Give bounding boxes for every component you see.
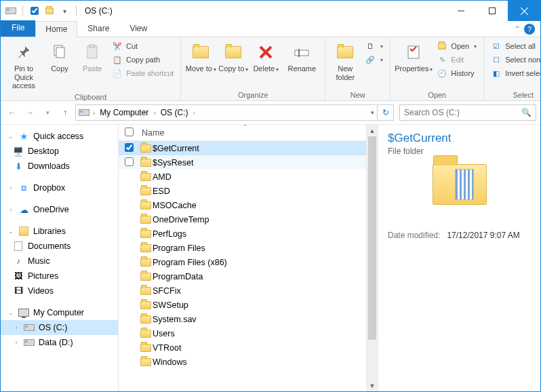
scroll-thumb[interactable] bbox=[368, 136, 376, 340]
group-label-open: Open bbox=[395, 90, 479, 99]
paste-button[interactable]: Paste bbox=[77, 40, 108, 75]
cut-button[interactable]: ✂️Cut bbox=[109, 40, 176, 52]
qat-properties[interactable] bbox=[28, 5, 41, 17]
address-dropdown-button[interactable]: ▾ bbox=[371, 109, 374, 116]
rename-button[interactable]: Rename bbox=[283, 40, 321, 75]
group-label-select: Select bbox=[488, 90, 541, 99]
list-item[interactable]: ProgramData bbox=[119, 269, 366, 283]
delete-button[interactable]: Delete▾ bbox=[250, 40, 281, 75]
column-header[interactable]: Name ⌃ bbox=[119, 125, 366, 141]
tree-onedrive[interactable]: ›☁OneDrive bbox=[1, 202, 118, 217]
vertical-scrollbar[interactable]: ▲ ▼ bbox=[366, 125, 378, 391]
edit-button[interactable]: ✎Edit bbox=[434, 54, 479, 66]
list-item[interactable]: System.sav bbox=[119, 312, 366, 326]
minimize-button[interactable] bbox=[445, 1, 477, 21]
list-item[interactable]: ESD bbox=[119, 184, 366, 198]
tree-my-computer[interactable]: ⌄My Computer bbox=[1, 305, 118, 320]
row-checkbox[interactable] bbox=[125, 143, 134, 152]
breadcrumb-my-computer[interactable]: My Computer bbox=[98, 108, 150, 117]
tree-libraries[interactable]: ⌄Libraries bbox=[1, 224, 118, 239]
new-item-button[interactable]: 🗋▾ bbox=[362, 40, 386, 52]
scroll-up-button[interactable]: ▲ bbox=[367, 125, 378, 136]
tab-home[interactable]: Home bbox=[35, 21, 77, 37]
maximize-button[interactable] bbox=[477, 1, 508, 21]
qat-customize[interactable]: ▾ bbox=[58, 5, 71, 17]
list-item[interactable]: AMD bbox=[119, 170, 366, 184]
tree-desktop[interactable]: 🖥️Desktop bbox=[1, 144, 118, 159]
ribbon: Pin to Quick access Copy Paste ✂️Cut 📋Co… bbox=[1, 37, 540, 101]
select-all-checkbox[interactable] bbox=[125, 128, 134, 136]
chevron-right-icon[interactable]: › bbox=[191, 109, 197, 117]
copy-path-button[interactable]: 📋Copy path bbox=[109, 54, 176, 66]
tree-os-c[interactable]: ›OS (C:) bbox=[1, 320, 118, 335]
breadcrumb-os-c[interactable]: OS (C:) bbox=[159, 108, 190, 117]
group-label-new: New bbox=[329, 90, 386, 99]
file-list[interactable]: Name ⌃ $GetCurrent $SysReset AMD ESD MSO… bbox=[119, 125, 366, 391]
tree-music[interactable]: ♪Music bbox=[1, 254, 118, 269]
tree-pictures[interactable]: 🖼Pictures bbox=[1, 269, 118, 283]
group-label-organize: Organize bbox=[185, 90, 321, 99]
column-name[interactable]: Name bbox=[139, 128, 366, 138]
app-icon bbox=[5, 5, 17, 17]
list-item[interactable]: Windows bbox=[119, 355, 366, 369]
details-type: File folder bbox=[388, 146, 531, 156]
tree-documents[interactable]: Documents bbox=[1, 239, 118, 254]
move-to-button[interactable]: Move to▾ bbox=[185, 40, 216, 75]
list-item[interactable]: Users bbox=[119, 326, 366, 340]
copy-button[interactable]: Copy bbox=[44, 40, 75, 75]
tab-file[interactable]: File bbox=[1, 20, 35, 37]
row-checkbox[interactable] bbox=[125, 157, 134, 166]
scroll-down-button[interactable]: ▼ bbox=[367, 380, 378, 391]
quick-access-toolbar: ▾ bbox=[5, 5, 79, 17]
list-item[interactable]: Program Files (x86) bbox=[119, 255, 366, 269]
details-date-label: Date modified: bbox=[388, 231, 440, 240]
list-item[interactable]: SFCFix bbox=[119, 283, 366, 298]
select-all-button[interactable]: ☑Select all bbox=[488, 40, 541, 52]
chevron-right-icon[interactable]: › bbox=[151, 109, 157, 117]
tab-share[interactable]: Share bbox=[77, 20, 119, 37]
tree-quick-access[interactable]: ⌄★Quick access bbox=[1, 129, 118, 144]
list-item[interactable]: VTRoot bbox=[119, 340, 366, 355]
details-preview bbox=[427, 164, 492, 218]
new-folder-button[interactable]: New folder bbox=[329, 40, 361, 83]
chevron-right-icon[interactable]: › bbox=[91, 109, 97, 117]
tree-data-d[interactable]: ›Data (D:) bbox=[1, 335, 118, 350]
list-item[interactable]: MSOCache bbox=[119, 198, 366, 212]
search-input[interactable] bbox=[404, 108, 521, 117]
easy-access-button[interactable]: 🔗▾ bbox=[362, 54, 386, 66]
properties-button[interactable]: Properties▾ bbox=[395, 40, 433, 75]
close-button[interactable] bbox=[508, 1, 540, 21]
list-item[interactable]: OneDriveTemp bbox=[119, 212, 366, 227]
tree-downloads[interactable]: ⬇Downloads bbox=[1, 159, 118, 174]
qat-new-folder[interactable] bbox=[43, 5, 56, 17]
forward-button[interactable]: → bbox=[22, 105, 37, 120]
history-button[interactable]: 🕘History bbox=[434, 67, 479, 79]
copy-to-button[interactable]: Copy to▾ bbox=[218, 40, 249, 75]
search-box[interactable]: 🔍 bbox=[399, 104, 536, 121]
sort-indicator-icon: ⌃ bbox=[243, 125, 248, 130]
select-none-button[interactable]: ☐Select none bbox=[488, 54, 541, 66]
list-item[interactable]: $GetCurrent bbox=[119, 141, 366, 155]
address-bar[interactable]: › My Computer › OS (C:) › ▾ bbox=[75, 104, 378, 121]
recent-locations-button[interactable]: ▾ bbox=[40, 105, 55, 120]
list-item[interactable]: $SysReset bbox=[119, 155, 366, 170]
up-button[interactable]: ↑ bbox=[58, 105, 73, 120]
invert-selection-button[interactable]: ◧Invert selection bbox=[488, 67, 541, 79]
back-button[interactable]: ← bbox=[5, 105, 20, 120]
open-button[interactable]: Open▾ bbox=[434, 40, 479, 52]
window-title: OS (C:) bbox=[85, 6, 445, 16]
tree-videos[interactable]: 🎞Videos bbox=[1, 283, 118, 298]
list-item[interactable]: PerfLogs bbox=[119, 227, 366, 241]
refresh-button[interactable]: ↻ bbox=[378, 104, 394, 121]
paste-shortcut-button[interactable]: 📄Paste shortcut bbox=[109, 67, 176, 79]
tab-view[interactable]: View bbox=[119, 20, 157, 37]
ribbon-tabs: File Home Share View ⌃ ? bbox=[1, 21, 540, 37]
list-item[interactable]: SWSetup bbox=[119, 298, 366, 312]
collapse-ribbon-button[interactable]: ⌃ bbox=[515, 25, 520, 33]
help-button[interactable]: ? bbox=[524, 24, 535, 35]
navigation-tree[interactable]: ⌄★Quick access 🖥️Desktop ⬇Downloads ›⧈Dr… bbox=[1, 125, 119, 391]
pin-to-quick-access-button[interactable]: Pin to Quick access bbox=[5, 40, 43, 92]
tree-dropbox[interactable]: ›⧈Dropbox bbox=[1, 180, 118, 195]
list-item[interactable]: Program Files bbox=[119, 241, 366, 255]
title-bar: ▾ OS (C:) bbox=[1, 1, 540, 21]
